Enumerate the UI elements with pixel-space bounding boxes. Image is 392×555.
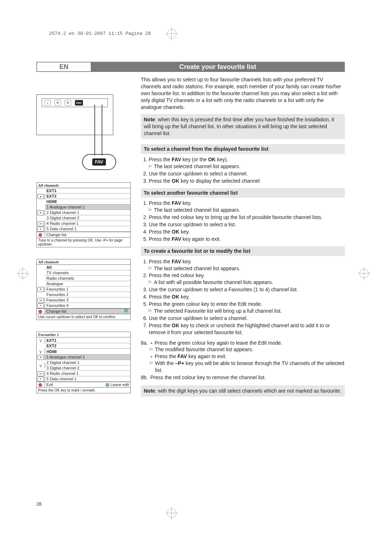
step: Use the cursor up/down to select a chann… bbox=[149, 170, 345, 177]
fav-key-callout: FAV bbox=[82, 154, 116, 170]
step-8b: 8b. Press the red colour key to remove t… bbox=[141, 374, 345, 381]
step: Press the OK key. bbox=[149, 293, 345, 300]
list-item: 1 Analogue channel 1 bbox=[45, 355, 130, 360]
list-item: 2 Digital channel 1 bbox=[45, 360, 130, 365]
panel-footer: Press the OK key to mark / unmark. bbox=[37, 387, 130, 393]
step: Press the green colour key to enter the … bbox=[149, 301, 345, 315]
panel-footer: Use cursor up/down to select and OK to c… bbox=[37, 314, 130, 320]
list-item: EXT2 bbox=[45, 343, 130, 349]
list-item: 4 Radio channel 1 bbox=[45, 221, 130, 226]
antenna-icon: A bbox=[37, 210, 44, 215]
registration-mark-right bbox=[359, 269, 369, 278]
antenna-icon: A bbox=[37, 355, 44, 360]
print-slug: 2574.2 en 30-01-2007 11:15 Pagina 28 bbox=[49, 31, 151, 36]
substep: The last selected channel list appears. bbox=[154, 163, 240, 170]
dot-icon: • bbox=[44, 100, 51, 106]
panel-actions: ExitLeave edit bbox=[45, 382, 130, 387]
fav-cap-icon: FAV bbox=[75, 100, 83, 106]
step: Press the FAV key. ▷The last selected ch… bbox=[149, 258, 345, 272]
list-item: Analogue bbox=[45, 281, 130, 287]
page-number: 28 bbox=[36, 501, 41, 507]
check-icon: ⋎ bbox=[39, 349, 42, 355]
list-item: Favourites 1 bbox=[45, 287, 130, 292]
radio-icon: o• bbox=[37, 371, 44, 376]
list-item: 5 Data channel 1 bbox=[45, 226, 130, 232]
page-title: Create your favourite list bbox=[91, 62, 345, 72]
substep: The last selected channel list appears. bbox=[154, 265, 240, 272]
radio-icon: o• bbox=[37, 221, 44, 226]
panel-header: Favourites 1 bbox=[37, 332, 130, 337]
panel-header: All channels bbox=[37, 183, 130, 188]
step: Use the cursor up/down to select a Favou… bbox=[149, 286, 345, 293]
procedure-list: Press the FAV key (or the OK key). ▷The … bbox=[141, 156, 345, 185]
step: Press the OK key. bbox=[149, 228, 345, 235]
step: Press the FAV key. ▷The last selected ch… bbox=[149, 200, 345, 214]
note-box: Note: with the digit keys you can still … bbox=[141, 385, 345, 397]
procedure-list: Press the FAV key. ▷The last selected ch… bbox=[141, 258, 345, 336]
list-item: All bbox=[45, 265, 130, 270]
green-dot-icon bbox=[106, 383, 109, 387]
step: Use the cursor up/down to select a chann… bbox=[149, 315, 345, 322]
radio-icon: o• bbox=[37, 298, 44, 303]
language-badge: EN bbox=[36, 62, 91, 72]
list-item: Radio channels bbox=[45, 276, 130, 281]
list-item: HDMI bbox=[45, 199, 130, 204]
list-item: Favourites 4 bbox=[45, 303, 130, 308]
substep: The selected Favourite list will bring u… bbox=[154, 308, 282, 315]
all-channels-filter-panel: All channels All TV channels Radio chann… bbox=[36, 259, 131, 320]
antenna-icon: A bbox=[37, 287, 44, 292]
section-heading: To select a channel from the displayed f… bbox=[141, 144, 345, 154]
section-heading: To create a favourite list or to modify … bbox=[141, 246, 345, 256]
list-item: 2 Digital channel 1 bbox=[45, 210, 130, 215]
remote-illustration: • ⧉ ⧉ FAV FAV bbox=[36, 94, 131, 171]
list-item: 4 Radio channel 1 bbox=[45, 371, 130, 376]
step-8a: 8a. ∘ Press the green colour key again t… bbox=[141, 340, 345, 374]
section-heading: To select another favourite channel list bbox=[141, 188, 345, 198]
page-title-bar: EN Create your favourite list bbox=[36, 62, 345, 72]
red-dot-icon bbox=[38, 233, 42, 237]
change-list-label: Change list bbox=[45, 309, 130, 314]
substep: With the –P+ key you will be able to bro… bbox=[155, 360, 345, 374]
green-dot-icon bbox=[124, 309, 128, 312]
all-channels-panel: All channels ▴ EXT1 EXT2 HDMI A 1 Analog… bbox=[36, 182, 131, 247]
intro-paragraph: This allows you to select up to four fav… bbox=[141, 76, 345, 110]
step: Press the OK key to display the selected… bbox=[149, 178, 345, 185]
registration-mark-top bbox=[167, 29, 176, 39]
red-dot-icon bbox=[38, 310, 42, 313]
red-dot-icon bbox=[38, 383, 42, 387]
step: Press the FAV key (or the OK key). ▷The … bbox=[149, 156, 345, 170]
list-item: TV channels bbox=[45, 270, 130, 276]
note-box: Note: when this key is pressed the first… bbox=[141, 114, 345, 139]
teletext-icon: ≡ bbox=[37, 377, 44, 382]
list-item: 3 Digital channel 2 bbox=[45, 215, 130, 221]
remote-btn-icon: ⧉ bbox=[65, 100, 71, 106]
step: Use the cursor up/down to select a list. bbox=[149, 221, 345, 228]
change-list-label: Change list bbox=[45, 232, 130, 237]
check-icon: ⋎ bbox=[39, 362, 42, 368]
step: Press the red colour key. ▷A list with a… bbox=[149, 272, 345, 286]
list-item: 1 Analogue channel 1 bbox=[45, 204, 130, 210]
list-item: EXT1 bbox=[45, 188, 130, 194]
substep: The last selected channel list appears. bbox=[154, 207, 240, 214]
substep: The modified favourite channel list appe… bbox=[155, 346, 253, 353]
step: Press the red colour key to bring up the… bbox=[149, 214, 345, 221]
panel-header: All channels bbox=[37, 259, 130, 265]
favourites-panel: Favourites 1 ⋎ EXT1 EXT2 ⋎ HDMI A 1 Anal… bbox=[36, 332, 131, 393]
list-item: Favourites 3 bbox=[45, 297, 130, 303]
list-item: HDMI bbox=[45, 349, 130, 355]
list-item: 5 Data channel 1 bbox=[45, 376, 130, 382]
teletext-icon: ≡ bbox=[37, 303, 44, 308]
teletext-icon: ≡ bbox=[37, 227, 44, 232]
list-item: EXT2 bbox=[45, 194, 130, 199]
remote-btn-icon: ⧉ bbox=[54, 100, 61, 106]
registration-mark-left bbox=[18, 269, 28, 278]
list-item: EXT1 bbox=[45, 338, 130, 343]
step: Press the FAV key again to exit. bbox=[149, 236, 345, 243]
check-icon: ⋎ bbox=[39, 337, 42, 343]
substep: A list with all possible favourite chann… bbox=[154, 279, 273, 286]
scroll-up-icon: ▴ bbox=[37, 194, 44, 199]
list-item: 3 Digital channel 2 bbox=[45, 365, 130, 371]
procedure-list: Press the FAV key. ▷The last selected ch… bbox=[141, 200, 345, 242]
list-item: Favourites 2 bbox=[45, 292, 130, 297]
panel-footer: Tune to a channel by pressing OK. Use -P… bbox=[37, 237, 130, 247]
